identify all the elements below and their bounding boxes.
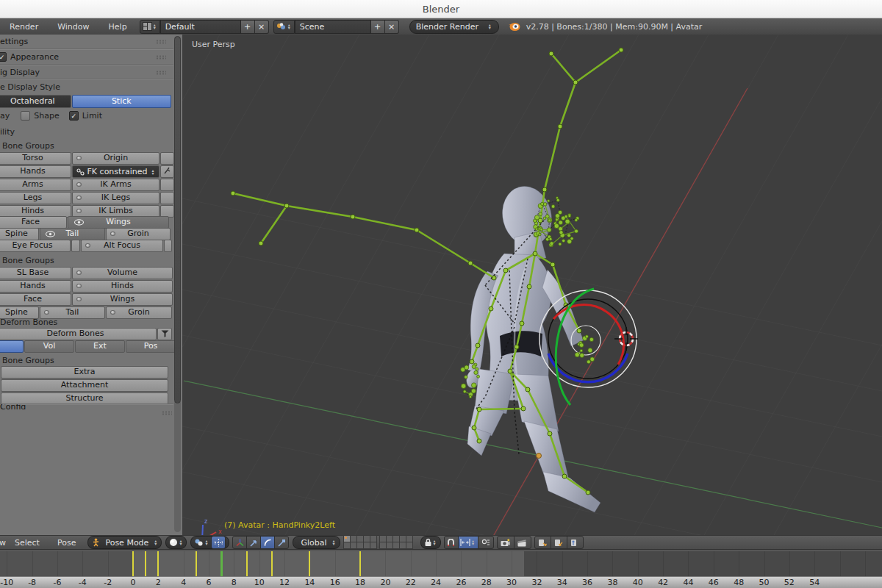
deform-filter-clipped[interactable] xyxy=(0,340,24,353)
sidebar-scroll-handle[interactable] xyxy=(174,36,181,404)
bone-joint[interactable] xyxy=(526,387,530,392)
scene-name-field[interactable]: Scene xyxy=(295,20,371,34)
properties-sidebar[interactable]: ettings ✓ Appearance ig Display e Displa… xyxy=(0,35,183,535)
wings-button[interactable]: Wings xyxy=(68,216,169,229)
bone-joint[interactable] xyxy=(549,51,553,56)
appearance-checkbox[interactable]: ✓ xyxy=(0,52,7,62)
panel-header-config[interactable]: Config xyxy=(0,404,172,409)
paste-pose-button[interactable] xyxy=(551,536,567,549)
deform-filter-Vol[interactable]: Vol xyxy=(24,340,74,353)
bone-joint[interactable] xyxy=(514,345,519,349)
timeline-keyframe-area[interactable] xyxy=(0,551,882,577)
panel-header-rig-display[interactable]: ig Display xyxy=(0,67,172,78)
delete-layout-button[interactable]: × xyxy=(255,20,269,34)
eye-focus-button[interactable]: Eye Focus xyxy=(0,240,71,252)
group-option-groin[interactable]: Groin xyxy=(106,306,172,319)
bone-joint[interactable] xyxy=(468,261,473,265)
cluster-joint[interactable] xyxy=(575,229,578,233)
cluster-joint[interactable] xyxy=(559,220,563,225)
keyframe-marker-2[interactable] xyxy=(157,551,159,577)
bone-joint[interactable] xyxy=(577,329,581,333)
header-menu-window[interactable]: Window xyxy=(48,22,98,32)
current-frame-indicator[interactable] xyxy=(220,551,223,577)
cluster-joint[interactable] xyxy=(580,349,583,352)
bone-joint[interactable] xyxy=(586,490,590,495)
shading-dropdown[interactable]: ▴▾ xyxy=(165,536,187,549)
bone-joint[interactable] xyxy=(551,262,555,267)
group-button-hands[interactable]: Hands xyxy=(0,165,71,178)
bone-joint[interactable] xyxy=(259,241,263,245)
bone-joint[interactable] xyxy=(470,359,474,364)
groin-button[interactable]: Groin xyxy=(106,228,171,240)
cluster-joint[interactable] xyxy=(568,215,571,218)
spine-button[interactable]: Spine xyxy=(0,228,39,240)
armature-bone[interactable] xyxy=(353,217,417,230)
cluster-joint[interactable] xyxy=(549,237,552,240)
cluster-joint[interactable] xyxy=(567,234,571,237)
bone-joint[interactable] xyxy=(527,284,531,289)
viewport-scene[interactable]: x y z xyxy=(182,35,882,535)
layout-selector[interactable]: ▴▾ Default + × xyxy=(140,21,269,33)
bone-joint[interactable] xyxy=(533,251,537,256)
panel-grip[interactable] xyxy=(156,40,166,44)
cluster-joint[interactable] xyxy=(461,384,466,389)
snap-magnet-button[interactable] xyxy=(444,536,459,549)
group-button-face[interactable]: Face xyxy=(0,293,71,306)
cluster-joint[interactable] xyxy=(471,383,476,388)
group-button-attachment[interactable]: Attachment xyxy=(1,379,168,392)
armature-bone[interactable] xyxy=(479,409,523,409)
cluster-joint[interactable] xyxy=(580,354,584,358)
keyframe-marker-1[interactable] xyxy=(145,551,146,577)
render-engine-dropdown[interactable]: Blender Render ▴▾ xyxy=(409,20,499,34)
cluster-joint[interactable] xyxy=(562,216,566,220)
keyframe-marker-9[interactable] xyxy=(246,551,248,577)
cluster-joint[interactable] xyxy=(471,389,476,393)
render-still-button[interactable] xyxy=(497,536,514,549)
bone-joint[interactable] xyxy=(477,407,481,412)
view-menu-clipped[interactable]: View xyxy=(0,538,6,548)
timeline-ruler[interactable]: -10-8-6-4-202468101214161820222426283032… xyxy=(0,576,882,588)
cluster-joint[interactable] xyxy=(535,228,538,231)
cluster-joint[interactable] xyxy=(559,231,563,234)
cluster-joint[interactable] xyxy=(539,212,542,216)
panel-header-settings[interactable]: ettings xyxy=(0,36,172,47)
add-scene-button[interactable]: + xyxy=(371,20,385,34)
rotate-manipulator-button[interactable] xyxy=(260,536,275,549)
cluster-joint[interactable] xyxy=(575,218,578,221)
tail-button[interactable]: Tail xyxy=(40,228,105,240)
mini-cell[interactable] xyxy=(160,192,174,204)
fk-constrained-dropdown[interactable]: FK constrained▴▾ xyxy=(72,165,159,178)
bone-joint[interactable] xyxy=(476,343,480,348)
delete-scene-button[interactable]: × xyxy=(385,20,399,34)
scene-selector[interactable]: ▴▾ Scene + × xyxy=(273,21,399,33)
armature-bones[interactable] xyxy=(231,48,623,495)
armature-bone[interactable] xyxy=(417,230,470,263)
mini-cell[interactable] xyxy=(164,240,172,252)
deform-filter-Ext[interactable]: Ext xyxy=(75,340,125,353)
limit-checkbox[interactable]: ✓ xyxy=(69,111,79,121)
mode-dropdown[interactable]: Pose Mode ▴▾ xyxy=(87,536,162,549)
cluster-joint[interactable] xyxy=(556,214,560,218)
lock-dropdown[interactable]: ▴▾ xyxy=(420,536,441,549)
cluster-joint[interactable] xyxy=(477,375,480,378)
header-menu-render[interactable]: Render xyxy=(0,22,48,32)
cluster-joint[interactable] xyxy=(579,343,584,348)
bone-joint[interactable] xyxy=(351,215,355,219)
cluster-joint[interactable] xyxy=(559,243,562,245)
group-option-ik-arms[interactable]: IK Arms xyxy=(72,179,159,191)
mini-cell[interactable] xyxy=(160,152,174,165)
cluster-joint[interactable] xyxy=(575,353,579,357)
snap-element-dropdown[interactable]: ▴▾ xyxy=(458,536,478,549)
filter-button[interactable] xyxy=(157,328,172,340)
layer-button-20[interactable] xyxy=(406,542,413,549)
cluster-joint[interactable] xyxy=(565,219,570,223)
cluster-joint[interactable] xyxy=(540,229,543,232)
bone-joint[interactable] xyxy=(558,124,562,129)
pivot-dropdown[interactable]: ▴▾ xyxy=(190,536,229,549)
manipulator-toggle-button[interactable] xyxy=(211,536,226,549)
keyframe-marker-18[interactable] xyxy=(359,551,361,577)
header-menu-help[interactable]: Help xyxy=(99,22,137,32)
cluster-joint[interactable] xyxy=(570,237,573,240)
viewport-3d[interactable]: x y z User Persp (7) Avatar : HandPinky2… xyxy=(182,35,882,535)
bone-joint[interactable] xyxy=(477,439,481,443)
